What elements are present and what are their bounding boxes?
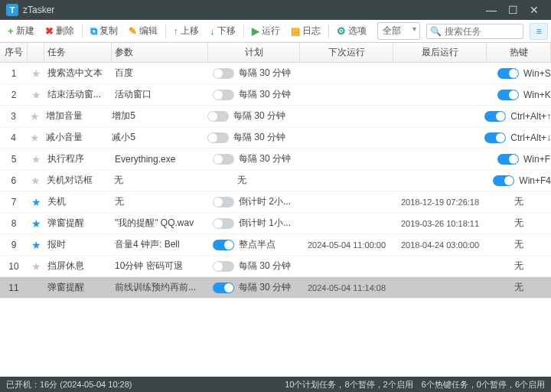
search-input[interactable]	[445, 26, 520, 37]
hotkey-text: 无	[514, 217, 523, 230]
next-run: 2024-05-04 11:00:00	[300, 240, 393, 250]
delete-button[interactable]: ✖删除	[41, 22, 79, 40]
last-run: 2018-12-19 07:26:18	[393, 198, 487, 207]
plan-text: 每隔 30 分钟	[239, 281, 291, 294]
col-task[interactable]: 任务	[44, 43, 112, 62]
hotkey-text: 无	[514, 195, 523, 208]
plan-toggle[interactable]	[213, 154, 234, 165]
star-cell[interactable]: ★	[28, 89, 44, 101]
row-num: 5	[0, 154, 28, 165]
movedown-button[interactable]: ↓下移	[205, 22, 240, 40]
search-box[interactable]: 🔍	[426, 24, 523, 39]
plan-toggle[interactable]	[207, 111, 229, 122]
row-num: 11	[0, 283, 28, 293]
hotkey-text: Ctrl+Alt+↑	[510, 111, 551, 122]
task-name: 减小音量	[43, 131, 109, 144]
task-list: 1★搜索选中文本百度每隔 30 分钟Win+S2★结束活动窗...活动窗口每隔 …	[0, 63, 551, 380]
status-left: 已开机：16分 (2024-05-04 10:28)	[6, 379, 132, 390]
plan-toggle[interactable]	[213, 90, 234, 100]
hotkey-cell: 无	[487, 217, 551, 230]
moveup-button[interactable]: ↑上移	[169, 22, 204, 40]
table-row[interactable]: 5★执行程序Everything.exe每隔 30 分钟Win+F	[0, 149, 551, 170]
task-name: 挡屏休息	[44, 260, 112, 273]
table-row[interactable]: 9★报时音量4 钟声: Bell整点半点2024-05-04 11:00:002…	[0, 234, 551, 256]
hotkey-toggle[interactable]	[497, 154, 519, 165]
task-param: 10分钟 密码可退	[112, 260, 208, 273]
table-row[interactable]: 4★减小音量减小5每隔 30 分钟Ctrl+Alt+↓	[0, 127, 551, 149]
star-cell[interactable]: ★	[28, 239, 44, 251]
plan-text: 每隔 30 分钟	[239, 67, 291, 80]
plan-text: 整点半点	[239, 238, 276, 251]
table-row[interactable]: 10★挡屏休息10分钟 密码可退每隔 30 分钟无	[0, 256, 551, 277]
plan-text: 每隔 30 分钟	[239, 88, 291, 101]
edit-button[interactable]: ✎编辑	[124, 22, 162, 40]
status-right: 10个计划任务，8个暂停，2个启用 6个热键任务，0个暂停，6个启用	[285, 379, 545, 390]
table-row[interactable]: 1★搜索选中文本百度每隔 30 分钟Win+S	[0, 63, 551, 84]
maximize-button[interactable]: ☐	[502, 0, 523, 20]
table-row[interactable]: 7★关机无倒计时 2小...2018-12-19 07:26:18无	[0, 191, 551, 213]
hotkey-toggle[interactable]	[497, 90, 519, 100]
plan-toggle[interactable]	[213, 240, 234, 250]
task-name: 关机对话框	[44, 174, 110, 187]
new-button[interactable]: +新建	[3, 22, 39, 40]
star-icon: ★	[31, 153, 41, 165]
table-header: 序号 任务 参数 计划 下次运行 最后运行 热键	[0, 43, 551, 63]
star-icon: ★	[30, 110, 40, 122]
plan-cell: 无	[207, 174, 298, 187]
star-cell[interactable]: ★	[27, 110, 43, 122]
star-cell[interactable]: ★	[28, 175, 44, 187]
col-hot[interactable]: 热键	[487, 43, 551, 62]
star-cell[interactable]: ★	[27, 132, 43, 144]
star-cell[interactable]: ★	[28, 196, 44, 208]
star-cell[interactable]: ★	[28, 217, 44, 230]
col-last[interactable]: 最后运行	[393, 43, 487, 62]
plan-toggle[interactable]	[213, 197, 234, 207]
options-button[interactable]: ⚙选项	[332, 22, 371, 40]
plan-toggle[interactable]	[213, 218, 234, 229]
table-row[interactable]: 3★增加音量增加5每隔 30 分钟Ctrl+Alt+↑	[0, 106, 551, 127]
hotkey-toggle[interactable]	[484, 132, 506, 143]
col-param[interactable]: 参数	[112, 43, 208, 62]
star-icon: ★	[30, 132, 40, 144]
col-star[interactable]	[28, 43, 44, 62]
plan-toggle[interactable]	[213, 261, 234, 272]
filter-combo[interactable]: 全部	[377, 22, 420, 40]
minimize-button[interactable]: —	[481, 0, 502, 20]
table-row[interactable]: 8★弹窗提醒"我的提醒" QQ.wav倒计时 1小...2019-03-26 1…	[0, 213, 551, 234]
star-cell[interactable]: ★	[28, 153, 44, 165]
edit-icon: ✎	[129, 25, 137, 37]
hotkey-toggle[interactable]	[497, 68, 519, 79]
star-icon: ★	[31, 217, 41, 230]
hotkey-toggle[interactable]	[484, 111, 506, 122]
col-plan[interactable]: 计划	[208, 43, 300, 62]
log-button[interactable]: ▤日志	[286, 22, 325, 40]
row-num: 3	[0, 111, 27, 122]
col-num[interactable]: 序号	[0, 43, 28, 62]
plan-cell: 每隔 30 分钟	[203, 131, 292, 144]
table-row[interactable]: 6★关机对话框无无Win+F4	[0, 170, 551, 191]
plan-toggle[interactable]	[213, 283, 234, 293]
task-name: 弹窗提醒	[44, 281, 112, 294]
row-num: 6	[0, 175, 28, 186]
copy-button[interactable]: ⧉复制	[86, 22, 122, 40]
close-button[interactable]: ✕	[523, 0, 545, 20]
col-next[interactable]: 下次运行	[300, 43, 393, 62]
plan-text: 倒计时 1小...	[239, 217, 291, 230]
hotkey-text: Win+S	[523, 68, 551, 79]
plan-cell: 每隔 30 分钟	[208, 281, 300, 294]
hotkey-cell: 无	[487, 260, 551, 273]
star-icon: ★	[31, 67, 41, 80]
plan-cell: 整点半点	[208, 238, 300, 251]
hotkey-toggle[interactable]	[493, 175, 514, 186]
run-button[interactable]: ▶运行	[247, 22, 285, 40]
plan-toggle[interactable]	[213, 68, 234, 79]
star-cell[interactable]: ★	[28, 67, 44, 80]
star-cell[interactable]: ★	[28, 260, 44, 273]
task-param: 活动窗口	[112, 88, 208, 101]
view-toggle-button[interactable]: ≡	[530, 23, 548, 40]
plan-toggle[interactable]	[207, 132, 229, 143]
table-row[interactable]: 11★弹窗提醒前线训练预约再前...每隔 30 分钟2024-05-04 11:…	[0, 277, 551, 299]
star-cell[interactable]: ★	[28, 282, 44, 294]
table-row[interactable]: 2★结束活动窗...活动窗口每隔 30 分钟Win+K	[0, 84, 551, 106]
app-logo: T	[6, 4, 18, 16]
